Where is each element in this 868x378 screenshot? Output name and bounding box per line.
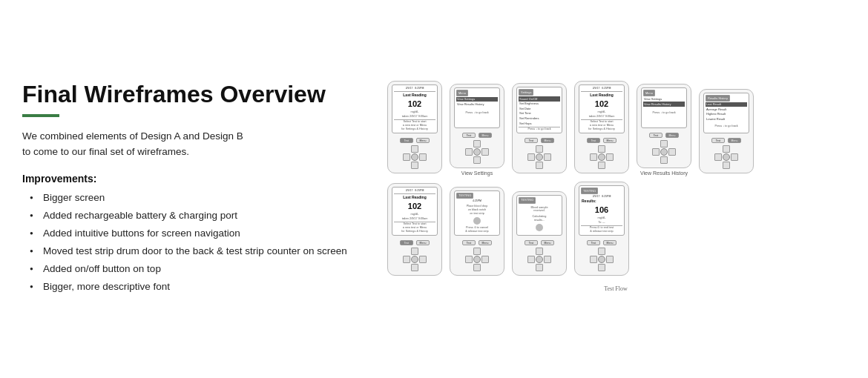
menu-btn[interactable]: Menu xyxy=(541,138,554,143)
list-item: Moved test strip drum door to the back &… xyxy=(30,244,364,259)
accent-bar xyxy=(22,114,59,117)
test-btn[interactable]: Test xyxy=(525,138,538,143)
improvements-list: Bigger screen Added rechargeable battery… xyxy=(22,190,364,295)
list-item: Bigger, more descriptive font xyxy=(30,279,364,295)
menu-btn[interactable]: Menu xyxy=(541,240,554,245)
test-btn[interactable]: Test xyxy=(525,240,538,245)
dpad-7 xyxy=(403,248,427,271)
page-title: Final Wireframes Overview xyxy=(22,81,364,108)
dpad-8 xyxy=(465,248,489,271)
screen-10: TESTING 2/9/17 8:25PM Results: 106 mg/dL… xyxy=(579,185,625,236)
screen-4: 2/9/17 6:25PM Last Reading 102 mg/dL tak… xyxy=(579,84,625,133)
dpad-10 xyxy=(590,248,614,271)
menu-btn[interactable]: Menu xyxy=(603,138,617,143)
device-6: Results History Last Result Average Resu… xyxy=(697,89,755,176)
wireframes-row-1: 2/9/17 8:25PM Last Reading 102 mg/dL tak… xyxy=(386,81,846,176)
screen-3: Settings Sound On/Off Set Brightness Set… xyxy=(516,87,562,133)
wireframes-panel: 2/9/17 8:25PM Last Reading 102 mg/dL tak… xyxy=(386,81,846,291)
device-9: TESTING Blood samplereceived. Calculatin… xyxy=(510,191,568,278)
screen-8: TESTING 4:25PM Place blood dropon black … xyxy=(454,190,500,236)
test-btn[interactable]: Test xyxy=(587,138,600,143)
test-btn[interactable]: Test xyxy=(462,133,476,138)
menu-btn[interactable]: Menu xyxy=(728,138,741,143)
dpad-9 xyxy=(527,248,551,271)
dpad-3 xyxy=(527,145,551,169)
main-container: Final Wireframes Overview We combined el… xyxy=(15,66,853,311)
list-item: Bigger screen xyxy=(30,190,364,206)
list-item: Added rechargeable battery & charging po… xyxy=(30,208,364,224)
screen-9: TESTING Blood samplereceived. Calculatin… xyxy=(516,195,562,236)
test-btn[interactable]: Test xyxy=(400,138,413,143)
wireframes-row-2: 2/9/17 8:25PM Last Reading 102 mg/dL tak… xyxy=(386,182,846,278)
dpad-1 xyxy=(403,145,427,169)
device-7: 2/9/17 8:25PM Last Reading 102 mg/dL tak… xyxy=(386,183,444,278)
device-10: TESTING 2/9/17 8:25PM Results: 106 mg/dL… xyxy=(573,182,631,278)
screen-6: Results History Last Result Average Resu… xyxy=(703,93,749,133)
menu-btn[interactable]: Menu xyxy=(479,133,492,138)
dpad-2 xyxy=(465,140,489,164)
intro-text: We combined elements of Design A and Des… xyxy=(22,129,364,159)
menu-btn[interactable]: Menu xyxy=(416,240,430,245)
device-5-label: View Results History xyxy=(640,170,688,176)
menu-btn[interactable]: Menu xyxy=(603,240,617,245)
menu-btn[interactable]: Menu xyxy=(665,133,679,138)
menu-btn[interactable]: Menu xyxy=(416,138,430,143)
device-1: 2/9/17 8:25PM Last Reading 102 mg/dL tak… xyxy=(386,81,444,176)
list-item: Added intuitive buttons for screen navig… xyxy=(30,226,364,242)
left-panel: Final Wireframes Overview We combined el… xyxy=(22,81,364,296)
device-3: Settings Sound On/Off Set Brightness Set… xyxy=(510,83,568,176)
screen-2: Menu View Settings View Results History … xyxy=(454,87,500,128)
device-5: Menu View Settings View Results History … xyxy=(635,84,693,176)
device-2: Menu View Settings View Results History … xyxy=(448,84,506,176)
test-btn[interactable]: Test xyxy=(711,138,725,143)
screen-7: 2/9/17 8:25PM Last Reading 102 mg/dL tak… xyxy=(392,187,438,236)
test-btn[interactable]: Test xyxy=(587,240,600,245)
dpad-6 xyxy=(714,145,738,169)
test-btn[interactable]: Test xyxy=(462,240,476,245)
test-btn[interactable]: Test xyxy=(649,133,662,138)
menu-btn[interactable]: Menu xyxy=(479,240,492,245)
row2-label: Test Flow xyxy=(386,285,846,292)
test-btn[interactable]: Test xyxy=(400,240,413,245)
screen-1: 2/9/17 8:25PM Last Reading 102 mg/dL tak… xyxy=(392,84,438,133)
screen-5: Menu View Settings View Results History … xyxy=(641,87,687,128)
device-8: TESTING 4:25PM Place blood dropon black … xyxy=(448,187,506,278)
device-2-label: View Settings xyxy=(461,170,493,176)
device-4: 2/9/17 6:25PM Last Reading 102 mg/dL tak… xyxy=(573,81,631,176)
dpad-4 xyxy=(590,145,614,169)
improvements-heading: Improvements: xyxy=(22,173,364,185)
dpad-5 xyxy=(652,140,676,164)
list-item: Added on/off button on top xyxy=(30,262,364,277)
